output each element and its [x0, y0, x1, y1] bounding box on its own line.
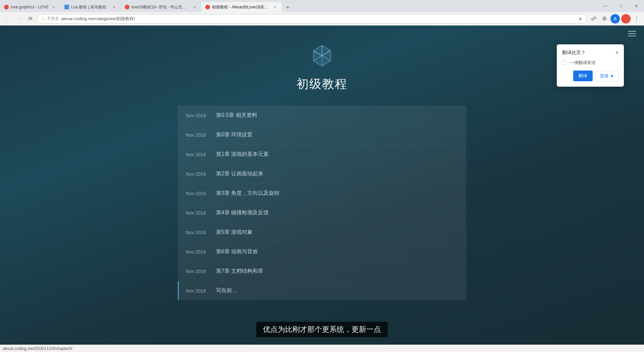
svg-point-7 — [310, 44, 334, 68]
article-title-10: 写在前… — [216, 287, 458, 294]
article-item-9[interactable]: Nov 2016 第7章 文档结构和库 — [178, 262, 466, 281]
article-date-10: Nov 2016 — [186, 288, 216, 294]
tab-1-label: love.graphics - LOVE — [11, 5, 49, 9]
forward-button[interactable]: → — [14, 14, 23, 24]
article-date-7: Nov 2016 — [186, 230, 216, 235]
tab-1[interactable]: love.graphics - LOVE × — [0, 2, 60, 12]
tab-favicon-4 — [205, 5, 210, 9]
translate-popup-title: 翻译此页？ — [562, 50, 586, 56]
article-title-7: 第5章 游戏对象 — [216, 229, 458, 236]
article-date-8: Nov 2016 — [186, 249, 216, 255]
article-title-3: 第1章 游戏的基本元素 — [216, 151, 458, 158]
page-content: 初级教程 Nov 2016 第0.5章 相关资料 Nov 2016 第0章 环境… — [0, 26, 644, 345]
tab-bar: love.graphics - LOVE × Lua 教程 | 菜鸟教程 × l… — [0, 0, 644, 12]
address-bar: ← → ⟳ ⚠ 不安全 alexar.coding.me/categories/… — [0, 12, 644, 26]
article-date-4: Nov 2016 — [186, 171, 216, 177]
tab-2-close[interactable]: × — [111, 4, 117, 10]
article-item-1[interactable]: Nov 2016 第0.5章 相关资料 — [178, 106, 466, 125]
article-item-7[interactable]: Nov 2016 第5章 游戏对象 — [178, 223, 466, 242]
address-bar-right: ☍ ⚙ A ⋮ — [589, 14, 641, 24]
url-bar[interactable]: ⚠ 不安全 alexar.coding.me/categories/初级教程/ … — [37, 14, 587, 24]
article-date-2: Nov 2016 — [186, 132, 216, 138]
browser-frame: love.graphics - LOVE × Lua 教程 | 菜鸟教程 × l… — [0, 0, 644, 352]
reload-button[interactable]: ⟳ — [25, 14, 35, 24]
translate-close-button[interactable]: × — [615, 50, 619, 55]
page-title: 初级教程 — [297, 76, 347, 92]
translate-buttons: 翻译 选项 ▼ — [562, 71, 619, 81]
status-bar: alexar.coding.me/2016/11/24/chapter0/ — [0, 345, 644, 352]
article-date-9: Nov 2016 — [186, 269, 216, 274]
article-item-3[interactable]: Nov 2016 第1章 游戏的基本元素 — [178, 145, 466, 164]
tab-1-close[interactable]: × — [51, 4, 56, 10]
tab-4[interactable]: 初级教程 - Alexar的Love2d实习… × — [201, 2, 282, 12]
translate-popup-header: 翻译此页？ × — [562, 50, 619, 56]
article-title-6: 第4章 碰撞检测及反馈 — [216, 209, 458, 216]
maximize-button[interactable]: □ — [613, 0, 629, 12]
page-header: 初级教程 — [297, 26, 347, 92]
translate-options-button[interactable]: 选项 ▼ — [595, 71, 619, 81]
tab-4-close[interactable]: × — [272, 4, 278, 10]
translate-checkbox-row: 一律翻译英语 — [562, 60, 619, 66]
tab-3-close[interactable]: × — [192, 4, 197, 10]
menu-button[interactable]: ⋮ — [632, 14, 641, 24]
article-title-1: 第0.5章 相关资料 — [216, 112, 458, 119]
article-title-8: 第6章 动画与音效 — [216, 248, 458, 255]
article-date-5: Nov 2016 — [186, 191, 216, 196]
tab-4-label: 初级教程 - Alexar的Love2d实习… — [212, 4, 270, 10]
window-controls: — □ ✕ — [598, 0, 644, 12]
tab-3-label: love2d教程19--背包 - 半山无际… — [131, 4, 190, 10]
translate-checkbox-label: 一律翻译英语 — [570, 60, 596, 66]
back-button[interactable]: ← — [3, 14, 12, 24]
status-url: alexar.coding.me/2016/11/24/chapter0/ — [3, 346, 72, 351]
close-button[interactable]: ✕ — [629, 0, 644, 12]
profile-button[interactable]: A — [610, 14, 620, 24]
article-title-4: 第2章 让画面动起来 — [216, 170, 458, 177]
menu-bar-2 — [628, 33, 636, 34]
article-title-5: 第3章 角度，方向以及旋转 — [216, 190, 458, 197]
minimize-button[interactable]: — — [598, 0, 613, 12]
article-date-6: Nov 2016 — [186, 210, 216, 216]
tab-favicon-2 — [64, 5, 69, 9]
article-title-2: 第0章 环境设置 — [216, 131, 458, 138]
translate-options-arrow: ▼ — [610, 74, 614, 79]
article-list: Nov 2016 第0.5章 相关资料 Nov 2016 第0章 环境设置 No… — [178, 106, 466, 300]
cube-icon — [309, 42, 335, 69]
tab-favicon-3 — [125, 5, 129, 9]
security-indicator: ⚠ — [41, 16, 45, 21]
translate-always-checkbox[interactable] — [562, 60, 567, 65]
menu-bar-3 — [628, 36, 636, 36]
extensions-button[interactable]: ⚙ — [600, 14, 609, 24]
translate-popup: 翻译此页？ × 一律翻译英语 翻译 选项 ▼ — [557, 44, 624, 87]
article-item-6[interactable]: Nov 2016 第4章 碰撞检测及反馈 — [178, 203, 466, 223]
article-title-9: 第7章 文档结构和库 — [216, 268, 458, 275]
article-date-1: Nov 2016 — [186, 113, 216, 118]
tab-2-label: Lua 教程 | 菜鸟教程 — [71, 4, 109, 10]
new-tab-button[interactable]: + — [283, 3, 292, 12]
security-label: 不安全 — [47, 16, 59, 21]
translate-page-button[interactable]: ☍ — [589, 14, 598, 24]
tab-favicon-1 — [4, 5, 9, 9]
article-item-4[interactable]: Nov 2016 第2章 让画面动起来 — [178, 164, 466, 184]
article-date-3: Nov 2016 — [186, 152, 216, 157]
tab-2[interactable]: Lua 教程 | 菜鸟教程 × — [60, 2, 121, 12]
tab-3[interactable]: love2d教程19--背包 - 半山无际… × — [121, 2, 201, 12]
article-item-2[interactable]: Nov 2016 第0章 环境设置 — [178, 125, 466, 145]
menu-bar-1 — [628, 31, 636, 32]
translate-options-label: 选项 — [600, 73, 608, 79]
chrome-logo — [621, 14, 631, 24]
article-item-5[interactable]: Nov 2016 第3章 角度，方向以及旋转 — [178, 184, 466, 203]
bookmark-icon[interactable]: ★ — [578, 16, 583, 21]
hamburger-menu[interactable] — [628, 31, 636, 36]
bottom-tooltip: 优点为比刚才那个更系统，更新一点 — [256, 322, 388, 337]
article-item-10[interactable]: Nov 2016 写在前… — [178, 281, 466, 300]
url-text: alexar.coding.me/categories/初级教程/ — [61, 16, 576, 22]
article-item-8[interactable]: Nov 2016 第6章 动画与音效 — [178, 242, 466, 262]
translate-confirm-button[interactable]: 翻译 — [573, 71, 593, 81]
